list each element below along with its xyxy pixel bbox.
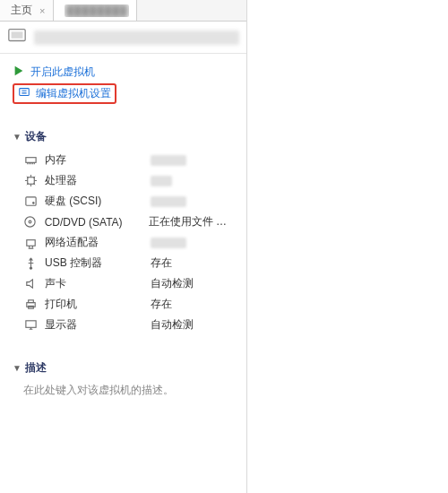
device-name: 硬盘 (SCSI) bbox=[45, 194, 143, 209]
tab-home-label: 主页 bbox=[11, 3, 32, 18]
tab-strip: 主页 × ████████ bbox=[0, 0, 246, 22]
device-name: 打印机 bbox=[45, 297, 143, 312]
tab-vm[interactable]: ████████ bbox=[54, 0, 137, 21]
device-value bbox=[151, 196, 186, 207]
svg-point-9 bbox=[25, 217, 35, 227]
device-value: 自动检测 bbox=[151, 317, 194, 333]
svg-point-12 bbox=[30, 267, 31, 269]
edit-settings-label: 编辑虚拟机设置 bbox=[36, 86, 111, 101]
usb-icon bbox=[23, 256, 38, 270]
disc-icon bbox=[23, 215, 38, 229]
device-row-sound[interactable]: 声卡 自动检测 bbox=[13, 273, 234, 294]
power-on-label: 开启此虚拟机 bbox=[30, 65, 95, 80]
printer-icon bbox=[23, 298, 38, 311]
chevron-down-icon: ▼ bbox=[13, 363, 22, 373]
play-icon bbox=[13, 65, 25, 80]
close-icon[interactable]: × bbox=[39, 5, 45, 16]
device-name: 网络适配器 bbox=[45, 235, 143, 250]
device-value: 存在 bbox=[151, 297, 172, 312]
device-row-memory[interactable]: 内存 bbox=[13, 150, 234, 170]
device-value: 正在使用文件 D:... bbox=[149, 214, 234, 229]
device-name: USB 控制器 bbox=[45, 255, 143, 271]
device-name: 显示器 bbox=[45, 317, 143, 333]
chevron-down-icon: ▼ bbox=[13, 132, 22, 142]
svg-rect-7 bbox=[25, 197, 35, 205]
power-on-vm-link[interactable]: 开启此虚拟机 bbox=[13, 63, 234, 82]
devices-section-header[interactable]: ▼ 设备 bbox=[13, 129, 234, 144]
edit-vm-settings-link[interactable]: 编辑虚拟机设置 bbox=[18, 86, 111, 101]
svg-point-10 bbox=[29, 221, 31, 223]
device-value: 自动检测 bbox=[151, 276, 194, 291]
description-placeholder[interactable]: 在此处键入对该虚拟机的描述。 bbox=[13, 381, 234, 398]
cpu-icon bbox=[23, 174, 38, 187]
device-row-hdd[interactable]: 硬盘 (SCSI) bbox=[13, 191, 234, 212]
devices-section: ▼ 设备 内存 处理器 硬盘 (SCSI) CD/DVD (SATA) bbox=[13, 129, 234, 335]
description-section-header[interactable]: ▼ 描述 bbox=[13, 360, 234, 376]
device-value: 存在 bbox=[151, 255, 172, 271]
vm-title-bar bbox=[0, 22, 246, 54]
svg-rect-4 bbox=[20, 89, 30, 96]
device-row-printer[interactable]: 打印机 存在 bbox=[13, 294, 234, 315]
device-row-usb[interactable]: USB 控制器 存在 bbox=[13, 253, 234, 273]
edit-settings-highlight: 编辑虚拟机设置 bbox=[13, 83, 116, 104]
description-section-title: 描述 bbox=[25, 360, 47, 376]
device-row-display[interactable]: 显示器 自动检测 bbox=[13, 315, 234, 335]
svg-rect-16 bbox=[25, 321, 35, 328]
svg-rect-3 bbox=[12, 31, 23, 38]
sound-icon bbox=[23, 277, 38, 290]
device-value bbox=[151, 238, 186, 248]
device-name: 声卡 bbox=[45, 276, 143, 291]
device-row-cddvd[interactable]: CD/DVD (SATA) 正在使用文件 D:... bbox=[13, 212, 234, 232]
device-name: 内存 bbox=[45, 152, 143, 168]
network-icon bbox=[23, 236, 38, 249]
display-icon bbox=[23, 318, 38, 332]
device-value bbox=[151, 176, 172, 186]
memory-icon bbox=[23, 153, 38, 167]
edit-settings-icon bbox=[18, 86, 30, 101]
vm-big-icon bbox=[7, 26, 27, 48]
device-value bbox=[151, 155, 186, 166]
svg-rect-5 bbox=[25, 158, 35, 163]
device-row-processor[interactable]: 处理器 bbox=[13, 170, 234, 191]
svg-rect-11 bbox=[26, 240, 34, 246]
svg-point-8 bbox=[32, 202, 34, 203]
hdd-icon bbox=[23, 195, 38, 208]
vm-title-text bbox=[34, 30, 239, 45]
svg-rect-6 bbox=[27, 177, 34, 185]
description-section: ▼ 描述 在此处键入对该虚拟机的描述。 bbox=[13, 360, 234, 398]
devices-section-title: 设备 bbox=[25, 129, 47, 144]
device-name: CD/DVD (SATA) bbox=[45, 216, 142, 229]
device-name: 处理器 bbox=[45, 173, 143, 188]
tab-vm-label: ████████ bbox=[65, 4, 129, 17]
device-row-network[interactable]: 网络适配器 bbox=[13, 232, 234, 253]
tab-home[interactable]: 主页 × bbox=[0, 0, 54, 21]
svg-rect-14 bbox=[28, 300, 33, 303]
